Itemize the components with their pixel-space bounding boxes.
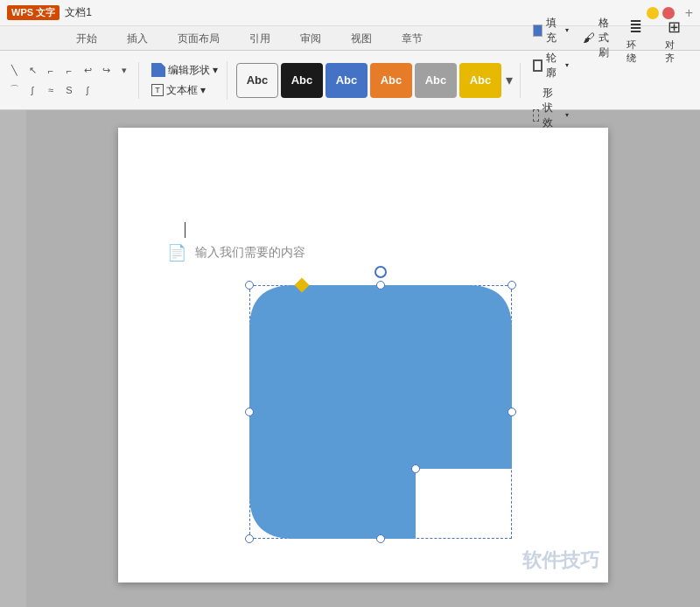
handle-top-right[interactable] bbox=[508, 281, 516, 290]
outline-arrow: ▾ bbox=[565, 61, 569, 69]
doc-file-icon: 📄 bbox=[167, 243, 186, 262]
align-group: ⊞ 对齐 bbox=[658, 14, 690, 68]
edit-shape-icon bbox=[151, 63, 165, 77]
undo-tool[interactable]: ↩ bbox=[79, 62, 96, 80]
fill-button[interactable]: 填充 ▾ bbox=[529, 14, 572, 47]
s-curve-tool[interactable]: S bbox=[60, 81, 78, 99]
wrap-button[interactable]: ≣ 环绕 bbox=[620, 14, 651, 68]
doc-name: 文档1 bbox=[65, 5, 92, 20]
tab-section[interactable]: 章节 bbox=[387, 27, 438, 50]
bezier-tool[interactable]: ∫ bbox=[79, 81, 96, 99]
style-swatch-white[interactable]: Abc bbox=[236, 63, 278, 98]
doc-placeholder-text: 输入我们需要的内容 bbox=[195, 245, 305, 261]
wrap-label: 环绕 bbox=[626, 38, 644, 65]
corner-tool[interactable]: ⌐ bbox=[60, 62, 78, 80]
redo-tool[interactable]: ↪ bbox=[97, 62, 115, 80]
textbox-arrow: ▾ bbox=[200, 84, 206, 96]
tab-start[interactable]: 开始 bbox=[61, 27, 112, 50]
tab-layout[interactable]: 页面布局 bbox=[163, 27, 234, 50]
arrow-tool[interactable]: ╲ bbox=[5, 62, 23, 80]
cursor-tool[interactable]: ↖ bbox=[24, 62, 41, 80]
handle-top-left[interactable] bbox=[245, 281, 254, 290]
handle-inner-corner[interactable] bbox=[411, 464, 420, 473]
align-icon: ⊞ bbox=[668, 17, 681, 37]
doc-sidebar bbox=[0, 110, 26, 607]
handle-bottom-left[interactable] bbox=[245, 534, 254, 543]
draw-tools-row-2: ⌒ ∫ ≈ S ∫ bbox=[5, 81, 133, 99]
wrap-align-group: ≣ 环绕 bbox=[620, 14, 651, 68]
document-page: 📄 输入我们需要的内容 bbox=[118, 128, 608, 583]
handle-bottom-mid[interactable] bbox=[376, 534, 385, 543]
more-swatches-button[interactable]: ▾ bbox=[504, 70, 514, 90]
style-swatch-gray[interactable]: Abc bbox=[415, 63, 457, 98]
textbox-label: 文本框 bbox=[166, 83, 198, 98]
style-swatch-blue[interactable]: Abc bbox=[326, 63, 368, 98]
wps-logo: WPS 文字 bbox=[7, 5, 60, 20]
curve-tool-2[interactable]: ∫ bbox=[24, 81, 41, 99]
tab-view[interactable]: 视图 bbox=[336, 27, 387, 50]
style-swatches-section: Abc Abc Abc Abc Abc Abc ▾ bbox=[231, 63, 521, 98]
style-swatch-orange[interactable]: Abc bbox=[370, 63, 412, 98]
format-brush-button[interactable]: 🖌 格式刷 bbox=[579, 14, 612, 62]
edit-shape-arrow: ▾ bbox=[213, 64, 218, 76]
wrap-icon: ≣ bbox=[629, 17, 642, 37]
shape-container[interactable] bbox=[249, 285, 512, 539]
edit-shape-section: 编辑形状 ▾ T 文本框 ▾ bbox=[143, 61, 228, 100]
style-swatch-black[interactable]: Abc bbox=[281, 63, 323, 98]
fill-icon bbox=[533, 24, 542, 37]
rotate-handle[interactable] bbox=[374, 266, 387, 278]
text-cursor bbox=[185, 222, 186, 238]
align-button[interactable]: ⊞ 对齐 bbox=[658, 14, 690, 68]
doc-text-area: 📄 输入我们需要的内容 bbox=[167, 243, 305, 262]
curve-tool-1[interactable]: ⌒ bbox=[5, 81, 23, 99]
fill-arrow: ▾ bbox=[565, 26, 569, 34]
edit-shape-label: 编辑形状 bbox=[168, 63, 210, 78]
format-brush-label: 格式刷 bbox=[598, 16, 609, 60]
tab-review[interactable]: 审阅 bbox=[285, 27, 336, 50]
format-brush-group: 🖌 格式刷 bbox=[579, 14, 612, 62]
wave-tool[interactable]: ≈ bbox=[42, 81, 60, 99]
textbox-button[interactable]: T 文本框 ▾ bbox=[148, 81, 221, 100]
document-area: 📄 输入我们需要的内容 bbox=[0, 110, 700, 607]
outline-label: 轮廓 bbox=[546, 51, 562, 80]
style-swatch-yellow[interactable]: Abc bbox=[459, 63, 501, 98]
tab-insert[interactable]: 插入 bbox=[112, 27, 163, 50]
textbox-icon: T bbox=[151, 84, 164, 96]
outline-icon bbox=[533, 59, 542, 72]
shape-svg bbox=[249, 285, 512, 539]
more-tool[interactable]: ▾ bbox=[116, 62, 133, 80]
handle-mid-left[interactable] bbox=[245, 408, 254, 416]
handle-mid-right[interactable] bbox=[508, 408, 516, 416]
align-label: 对齐 bbox=[665, 38, 682, 65]
tab-reference[interactable]: 引用 bbox=[234, 27, 285, 50]
l-shape-tool[interactable]: ⌐ bbox=[42, 62, 60, 80]
doc-main[interactable]: 📄 输入我们需要的内容 bbox=[26, 110, 700, 607]
handle-top-mid[interactable] bbox=[376, 281, 385, 290]
outline-button[interactable]: 轮廓 ▾ bbox=[529, 49, 572, 82]
draw-tools-section: ╲ ↖ ⌐ ⌐ ↩ ↪ ▾ ⌒ ∫ ≈ S ∫ bbox=[5, 62, 139, 99]
edit-shape-button[interactable]: 编辑形状 ▾ bbox=[148, 61, 221, 80]
shape-ribbon: ╲ ↖ ⌐ ⌐ ↩ ↪ ▾ ⌒ ∫ ≈ S ∫ 编辑形状 ▾ T 文本框 ▾ bbox=[0, 51, 700, 110]
format-brush-icon: 🖌 bbox=[583, 31, 595, 45]
watermark-text: 软件技巧 bbox=[522, 548, 599, 574]
fill-label: 填充 bbox=[546, 16, 562, 45]
draw-tools-row-1: ╲ ↖ ⌐ ⌐ ↩ ↪ ▾ bbox=[5, 62, 133, 80]
